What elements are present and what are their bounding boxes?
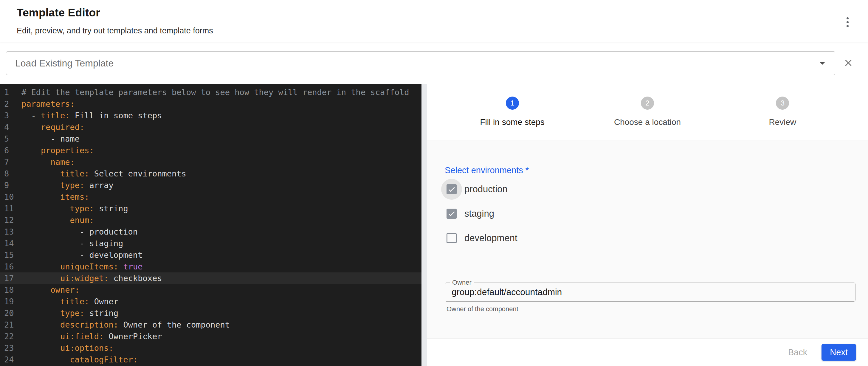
code-line-12[interactable]: 12 enum:	[0, 214, 422, 226]
line-number: 12	[0, 214, 17, 226]
code-text: - development	[22, 249, 143, 261]
code-line-24[interactable]: 24 catalogFilter:	[0, 354, 422, 365]
checkbox-development[interactable]	[446, 233, 457, 243]
line-number: 15	[0, 249, 17, 261]
line-number: 11	[0, 203, 17, 214]
line-number: 17	[0, 272, 17, 284]
line-number: 5	[0, 133, 17, 145]
page-header: Template Editor Edit, preview, and try o…	[0, 0, 868, 42]
form-card: Select environments * productionstagingd…	[427, 140, 868, 339]
code-line-4[interactable]: 4 required:	[0, 121, 422, 133]
main-split: 1# Edit the template parameters below to…	[0, 84, 868, 366]
owner-field[interactable]: Owner group:default/accountadmin	[445, 282, 856, 302]
code-text: type: string	[22, 203, 128, 214]
code-text: uniqueItems: true	[22, 261, 143, 272]
code-line-21[interactable]: 21 description: Owner of the component	[0, 319, 422, 331]
code-line-19[interactable]: 19 title: Owner	[0, 296, 422, 307]
line-number: 20	[0, 307, 17, 319]
template-loader-bar: Load Existing Template	[0, 42, 868, 84]
code-line-23[interactable]: 23 ui:options:	[0, 342, 422, 354]
checkbox-row-development[interactable]: development	[445, 226, 849, 250]
close-button[interactable]	[843, 58, 854, 69]
line-number: 7	[0, 156, 17, 168]
code-line-15[interactable]: 15 - development	[0, 249, 422, 261]
code-line-9[interactable]: 9 type: array	[0, 179, 422, 191]
close-icon	[843, 58, 854, 69]
step-3[interactable]: 3Review	[715, 97, 850, 140]
code-text: title: Owner	[22, 296, 118, 307]
code-line-2[interactable]: 2parameters:	[0, 98, 422, 110]
line-number: 22	[0, 331, 17, 342]
line-number: 3	[0, 110, 17, 121]
code-text: type: string	[22, 307, 118, 319]
code-text: - title: Fill in some steps	[22, 110, 162, 121]
line-number: 1	[0, 86, 17, 98]
pane-divider[interactable]	[422, 84, 427, 366]
load-template-select[interactable]: Load Existing Template	[6, 51, 835, 75]
line-number: 14	[0, 238, 17, 249]
code-text: catalogFilter:	[22, 354, 138, 365]
code-text: - staging	[22, 238, 123, 249]
code-line-11[interactable]: 11 type: string	[0, 203, 422, 214]
kebab-icon	[843, 17, 852, 27]
code-line-1[interactable]: 1# Edit the template parameters below to…	[0, 86, 422, 98]
code-line-7[interactable]: 7 name:	[0, 156, 422, 168]
code-line-18[interactable]: 18 owner:	[0, 284, 422, 296]
code-line-6[interactable]: 6 properties:	[0, 145, 422, 156]
checkbox-label: production	[464, 184, 507, 194]
code-line-14[interactable]: 14 - staging	[0, 238, 422, 249]
chevron-down-icon	[816, 57, 828, 69]
line-number: 24	[0, 354, 17, 365]
step-label: Review	[715, 117, 850, 127]
line-number: 13	[0, 226, 17, 238]
line-number: 8	[0, 168, 17, 179]
owner-field-value: group:default/accountadmin	[452, 287, 562, 297]
code-text: # Edit the template parameters below to …	[22, 86, 409, 98]
checkbox-row-staging[interactable]: staging	[445, 202, 849, 226]
code-line-8[interactable]: 8 title: Select environments	[0, 168, 422, 179]
environments-label: Select environments *	[445, 165, 849, 175]
code-line-22[interactable]: 22 ui:field: OwnerPicker	[0, 331, 422, 342]
code-text: description: Owner of the component	[22, 319, 230, 331]
stepper: 1Fill in some steps2Choose a location3Re…	[427, 84, 868, 140]
checkbox-icon	[446, 184, 457, 194]
code-text: items:	[22, 191, 89, 203]
load-template-placeholder: Load Existing Template	[15, 58, 114, 69]
page-title: Template Editor	[17, 6, 855, 19]
line-number: 23	[0, 342, 17, 354]
code-line-5[interactable]: 5 - name	[0, 133, 422, 145]
form-preview-pane: 1Fill in some steps2Choose a location3Re…	[427, 84, 868, 366]
wizard-actions: Back Next	[427, 339, 868, 366]
code-line-10[interactable]: 10 items:	[0, 191, 422, 203]
code-text: ui:options:	[22, 342, 114, 354]
step-label: Choose a location	[580, 117, 715, 127]
owner-field-label: Owner	[450, 279, 474, 286]
code-line-17[interactable]: 17 ui:widget: checkboxes	[0, 272, 422, 284]
next-button[interactable]: Next	[822, 344, 856, 361]
code-text: owner:	[22, 284, 80, 296]
back-button[interactable]: Back	[788, 347, 807, 357]
code-line-13[interactable]: 13 - production	[0, 226, 422, 238]
code-line-16[interactable]: 16 uniqueItems: true	[0, 261, 422, 272]
step-label: Fill in some steps	[445, 117, 580, 127]
checkbox-group: productionstagingdevelopment	[445, 177, 849, 250]
checkbox-staging[interactable]	[446, 209, 457, 219]
code-text: enum:	[22, 214, 94, 226]
step-circle: 2	[641, 97, 654, 110]
checkbox-row-production[interactable]: production	[445, 177, 849, 202]
checkbox-production[interactable]	[446, 184, 457, 194]
checkbox-label: development	[464, 233, 518, 244]
owner-helper-text: Owner of the component	[446, 305, 849, 313]
code-editor[interactable]: 1# Edit the template parameters below to…	[0, 84, 422, 366]
line-number: 9	[0, 179, 17, 191]
checkbox-label: staging	[464, 208, 494, 219]
line-number: 2	[0, 98, 17, 110]
code-line-3[interactable]: 3 - title: Fill in some steps	[0, 110, 422, 121]
code-line-20[interactable]: 20 type: string	[0, 307, 422, 319]
checkbox-icon	[446, 209, 457, 219]
code-text: required:	[22, 121, 84, 133]
line-number: 6	[0, 145, 17, 156]
line-number: 4	[0, 121, 17, 133]
page-subtitle: Edit, preview, and try out templates and…	[17, 26, 855, 35]
more-options-button[interactable]	[843, 16, 852, 29]
